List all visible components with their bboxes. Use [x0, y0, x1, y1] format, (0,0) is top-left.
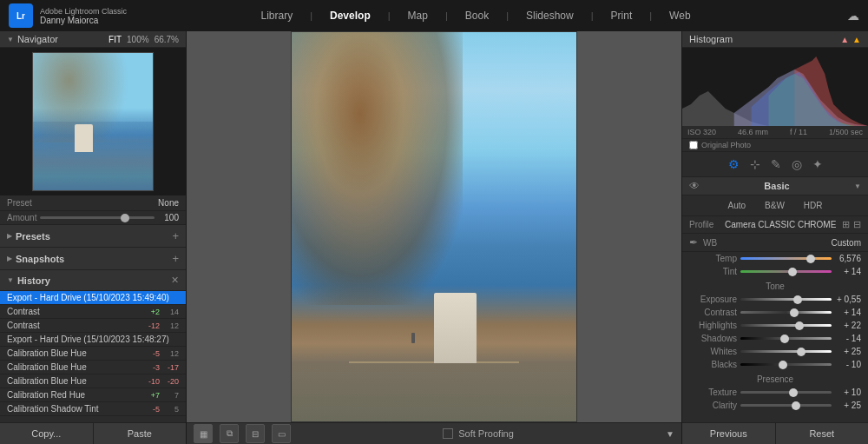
snapshots-add-icon[interactable]: +	[172, 252, 179, 265]
history-item[interactable]: Export - Hard Drive (15/10/2023 15:48:27…	[0, 333, 186, 347]
zoom-66[interactable]: 66.7%	[155, 35, 179, 44]
reset-button[interactable]: Reset	[776, 423, 869, 444]
nav-map[interactable]: Map	[404, 8, 431, 23]
original-photo-checkbox[interactable]	[689, 141, 698, 149]
basic-title: Basic	[764, 181, 789, 191]
history-item[interactable]: Calibration Blue Hue -5 12	[0, 347, 186, 361]
previous-button[interactable]: Previous	[682, 423, 776, 444]
history-item-name: Contrast	[7, 321, 144, 330]
history-collapse-icon: ▼	[7, 276, 14, 284]
paste-button[interactable]: Paste	[94, 423, 187, 444]
basic-visibility-icon[interactable]: 👁	[689, 180, 700, 192]
clarity-value: + 25	[835, 401, 861, 410]
history-header[interactable]: ▼ History ✕	[0, 270, 186, 291]
image-area[interactable]	[187, 31, 681, 422]
redeye-tool-icon[interactable]: ◎	[792, 157, 802, 171]
warning-low-icon[interactable]: ▲	[852, 35, 861, 44]
amount-row: Amount 100	[0, 211, 186, 225]
amount-slider[interactable]	[40, 216, 155, 219]
history-item-name: Calibration Blue Hue	[7, 362, 144, 372]
crop-tool-icon[interactable]: ⊹	[750, 157, 760, 171]
history-item[interactable]: Calibration Shadow Tint -5 5	[0, 402, 186, 416]
shadows-thumb	[780, 335, 789, 343]
history-close-icon[interactable]: ✕	[171, 275, 179, 286]
gradient-tool-icon[interactable]: ✦	[812, 157, 823, 171]
top-navigation: Lr Adobe Lightroom Classic Danny Maiorca…	[0, 0, 868, 31]
texture-slider[interactable]	[740, 391, 832, 394]
nav-library[interactable]: Library	[257, 8, 296, 23]
nav-print[interactable]: Print	[608, 8, 636, 23]
profile-grid-icon[interactable]: ⊞	[842, 219, 850, 230]
soft-proofing-checkbox[interactable]	[443, 428, 453, 439]
tint-slider[interactable]	[740, 270, 832, 273]
temp-slider[interactable]	[740, 257, 832, 260]
nav-develop[interactable]: Develop	[326, 8, 374, 23]
auto-btn[interactable]: Auto	[722, 199, 751, 212]
nav-web[interactable]: Web	[666, 8, 694, 23]
wb-eyedropper-icon[interactable]: ✒	[689, 236, 698, 249]
adjustment-tool-icon[interactable]: ⚙	[728, 157, 740, 171]
basic-collapse-icon[interactable]: ▼	[854, 182, 861, 190]
main-image	[291, 31, 577, 422]
profile-list-icon[interactable]: ⊟	[853, 219, 861, 230]
survey-view-icon[interactable]: ⊟	[246, 424, 265, 443]
zoom-100[interactable]: 100%	[127, 35, 149, 44]
blacks-slider[interactable]	[740, 363, 832, 366]
history-item[interactable]: Export - Hard Drive (15/10/2023 15:49:40…	[0, 291, 186, 305]
presets-section-header[interactable]: ▶ Presets +	[0, 225, 186, 248]
snapshots-collapse-icon: ▶	[7, 255, 12, 262]
app-identity: Lr Adobe Lightroom Classic Danny Maiorca	[9, 3, 127, 28]
tint-slider-thumb	[788, 268, 797, 276]
navigator-collapse-icon[interactable]: ▼	[7, 36, 14, 43]
hist-iso: ISO 320	[687, 128, 716, 136]
app-logo: Lr	[9, 3, 33, 28]
toolbar-expand-icon[interactable]: ▼	[666, 429, 674, 439]
history-item[interactable]: Contrast -12 12	[0, 319, 186, 333]
amount-value: 100	[158, 213, 179, 222]
healing-tool-icon[interactable]: ✎	[771, 157, 781, 171]
warning-high-icon[interactable]: ▲	[840, 35, 849, 44]
cloud-sync-icon[interactable]: ☁	[847, 9, 859, 23]
snapshots-section-header[interactable]: ▶ Snapshots +	[0, 248, 186, 270]
grid-view-icon[interactable]: ▦	[194, 424, 213, 443]
clarity-slider[interactable]	[740, 404, 832, 407]
histogram-section: Histogram ▲ ▲	[682, 31, 868, 152]
preset-label: Preset	[7, 198, 32, 208]
nav-book[interactable]: Book	[462, 8, 492, 23]
presets-title: Presets	[16, 231, 50, 242]
blacks-row: Blacks - 10	[682, 358, 868, 371]
nav-slideshow[interactable]: Slideshow	[523, 8, 577, 23]
hist-focal: 46.6 mm	[738, 128, 768, 136]
history-item-name: Calibration Blue Hue	[7, 348, 144, 358]
shadows-slider[interactable]	[740, 337, 832, 340]
original-photo-label[interactable]: Original Photo	[689, 141, 861, 149]
contrast-slider[interactable]	[740, 311, 832, 314]
history-item-name: Contrast	[7, 307, 144, 316]
zoom-fit[interactable]: FIT	[108, 35, 122, 44]
exposure-value: + 0,55	[835, 295, 861, 304]
navigator-preview[interactable]	[0, 48, 186, 195]
bw-btn[interactable]: B&W	[760, 199, 790, 212]
presets-add-icon[interactable]: +	[172, 229, 179, 242]
whites-slider[interactable]	[740, 350, 832, 353]
left-panel: ▼ Navigator FIT 100% 66.7% P	[0, 31, 187, 444]
history-item[interactable]: Calibration Red Hue +7 7	[0, 388, 186, 402]
hist-shutter: 1/500 sec	[829, 128, 863, 136]
history-item[interactable]: Contrast +2 14	[0, 305, 186, 319]
history-item[interactable]: Calibration Blue Hue -10 -20	[0, 374, 186, 388]
copy-button[interactable]: Copy...	[0, 423, 94, 444]
history-section: ▼ History ✕ Export - Hard Drive (15/10/2…	[0, 270, 186, 422]
tool-row: ⚙ ⊹ ✎ ◎ ✦	[682, 152, 868, 177]
blacks-thumb	[779, 361, 787, 369]
history-item-name: Export - Hard Drive (15/10/2023 15:48:27…	[7, 335, 179, 344]
compare-view-icon[interactable]: ⧉	[220, 424, 239, 443]
exposure-slider[interactable]	[740, 298, 832, 301]
contrast-label: Contrast	[689, 308, 737, 317]
history-item[interactable]: Calibration Blue Hue -3 -17	[0, 361, 186, 374]
filmstrip-icon[interactable]: ▭	[272, 424, 291, 443]
hdr-btn[interactable]: HDR	[799, 199, 828, 212]
highlights-slider[interactable]	[740, 324, 832, 327]
texture-value: + 10	[835, 388, 861, 397]
hist-aperture: f / 11	[790, 128, 807, 136]
right-panel: Histogram ▲ ▲	[681, 31, 868, 444]
